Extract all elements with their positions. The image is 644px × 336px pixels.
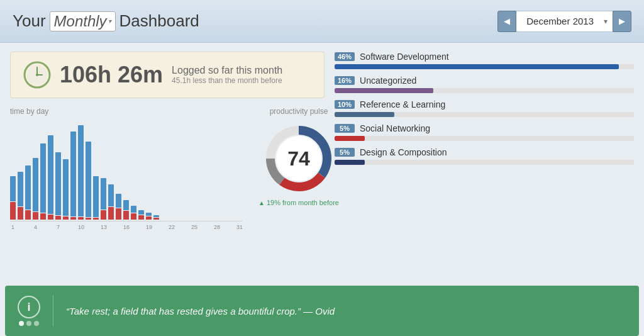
donut-chart-label: productivity pulse [270,107,328,116]
category-percentage: 5% [335,148,355,157]
period-dropdown[interactable]: Monthly ▾ [50,11,116,31]
bar-blue [25,165,31,210]
current-date-display[interactable]: December 2013 [516,11,613,32]
category-name: Reference & Learning [360,99,445,109]
bar-group [78,125,84,220]
footer-dot-2[interactable] [26,321,31,326]
category-row: 16%Uncategorized [335,76,634,93]
bar-group [116,194,121,220]
bar-blue [108,184,114,206]
bar-red [10,202,16,220]
bar-group [48,135,53,220]
bar-red [153,218,159,220]
bar-x-label: 1 [10,224,16,230]
bar-chart [10,121,242,221]
bar-x-label: 4 [33,224,38,230]
date-navigation: ◀ December 2013 ▶ [497,11,631,32]
bar-x-label: 31 [236,224,242,230]
category-name: Design & Composition [360,147,447,157]
bar-red [123,211,129,220]
right-panel: 46%Software Development16%Uncategorized1… [335,52,634,277]
footer-icon-area: i [18,296,40,326]
bar-red [116,208,121,220]
clock-icon [23,61,51,89]
page-title: Your Monthly ▾ Dashboard [13,11,199,31]
hours-main-text: Logged so far this month [172,65,282,76]
bar-blue [10,176,16,201]
category-percentage: 10% [335,100,355,109]
hours-card: 106h 26m Logged so far this month 45.1h … [10,52,325,98]
bar-blue [86,142,91,217]
bar-blue [131,206,136,213]
dropdown-arrow-icon: ▾ [108,18,111,25]
category-header: 5%Social Networking [335,123,634,133]
bar-x-label: 7 [55,224,61,230]
bar-chart-container: time by day 1471013161922252831 [10,107,242,230]
footer-dots [19,321,39,326]
category-bar-fill [335,112,394,117]
bar-x-label: 19 [146,224,152,230]
bar-red [48,215,53,220]
bar-red [63,216,69,220]
category-row: 5%Design & Composition [335,147,634,165]
bar-red [40,213,46,220]
bar-group [70,132,76,220]
category-bar-track [335,136,634,141]
prev-month-button[interactable]: ◀ [497,11,516,32]
category-bar-track [335,112,634,117]
bar-red [138,215,144,220]
bar-x-label: 25 [191,224,197,230]
bar-red [93,218,99,220]
bar-blue [63,159,69,216]
hours-sub-text: 45.1h less than the month before [172,76,282,85]
bar-blue [93,176,99,217]
next-month-button[interactable]: ▶ [613,11,631,32]
bar-blue [78,125,84,216]
bar-group [153,215,159,220]
category-header: 16%Uncategorized [335,76,634,86]
main-content: 106h 26m Logged so far this month 45.1h … [0,43,644,286]
category-bar-track [335,64,634,69]
bar-red [78,217,84,220]
category-bar-fill [335,64,619,69]
bar-x-label: 10 [78,224,84,230]
category-bar-track [335,160,634,165]
title-prefix: Your [13,11,46,31]
bar-group [131,206,136,220]
bar-red [55,216,61,220]
bar-group [33,158,38,220]
bar-x-labels: 1471013161922252831 [10,224,242,230]
bar-x-label: 22 [169,224,174,230]
donut-chart-container: productivity pulse 74 [248,107,349,230]
bar-group [123,200,129,220]
footer-dot-1[interactable] [19,321,24,326]
bar-group [108,184,114,220]
bar-blue [123,200,129,210]
bar-red [86,218,91,220]
bar-group [63,159,69,220]
bar-red [25,210,31,220]
bar-red [108,207,114,220]
footer-dot-3[interactable] [34,321,39,326]
trend-up-icon: ▲ [258,199,265,206]
footer-divider [53,295,53,327]
bar-blue [116,194,121,208]
donut-chart: 74 [261,121,336,196]
footer-quote: “Take rest; a field that has rested give… [66,306,335,316]
bar-red [146,216,152,220]
info-icon: i [18,296,40,318]
bar-group [93,176,99,220]
footer-banner: i “Take rest; a field that has rested gi… [5,286,639,336]
bar-blue [40,143,46,213]
category-row: 10%Reference & Learning [335,99,634,117]
bar-blue [146,213,152,216]
bar-group [86,142,91,220]
bar-blue [33,158,38,211]
bar-blue [138,210,144,215]
bar-chart-label: time by day [10,107,242,116]
charts-row: time by day 1471013161922252831 producti… [10,107,325,230]
bar-blue [55,152,61,215]
bar-group [18,172,23,220]
bar-red [18,207,23,220]
category-name: Uncategorized [360,76,416,86]
